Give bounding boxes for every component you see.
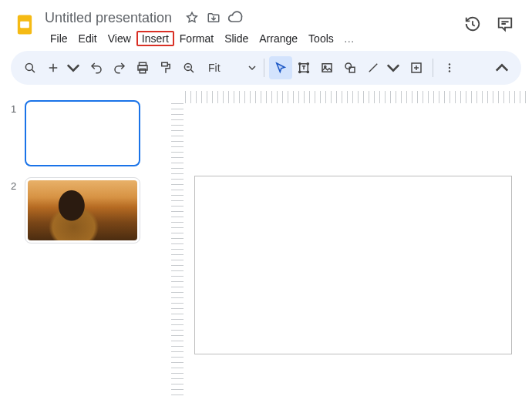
menu-more[interactable]: … <box>339 31 359 46</box>
header-right <box>456 12 521 35</box>
menu-tools[interactable]: Tools <box>303 31 339 46</box>
toolbar-divider <box>433 59 433 77</box>
title-block: Untitled presentation File Edit View Ins… <box>45 8 456 48</box>
select-tool-button[interactable] <box>269 56 292 79</box>
title-row: Untitled presentation <box>45 8 456 28</box>
thumbnail-number: 1 <box>11 100 25 166</box>
redo-button[interactable] <box>108 56 131 79</box>
shape-tool-button[interactable] <box>338 56 362 79</box>
paint-format-button[interactable] <box>154 56 177 79</box>
undo-button[interactable] <box>85 56 108 79</box>
cloud-status-icon[interactable] <box>227 10 243 25</box>
collapse-toolbar-button[interactable] <box>490 56 513 79</box>
zoom-fit-label: Fit <box>204 62 225 74</box>
move-folder-icon[interactable] <box>206 10 221 25</box>
version-history-icon[interactable] <box>461 12 484 35</box>
thumbnail-number: 2 <box>11 177 25 243</box>
menu-file[interactable]: File <box>45 31 73 46</box>
toolbar-divider <box>264 59 264 77</box>
svg-point-2 <box>25 63 32 70</box>
svg-point-15 <box>345 63 352 69</box>
chevron-down-icon <box>248 62 256 74</box>
doc-title[interactable]: Untitled presentation <box>45 10 172 26</box>
workspace: 1 2 <box>5 85 527 399</box>
slide-thumbnail-panel: 1 2 <box>5 91 167 399</box>
slide-canvas[interactable] <box>194 176 512 354</box>
star-icon[interactable] <box>184 10 200 25</box>
slides-app: Untitled presentation File Edit View Ins… <box>0 0 532 413</box>
header: Untitled presentation File Edit View Ins… <box>5 3 527 48</box>
textbox-tool-button[interactable] <box>292 56 315 79</box>
menu-format[interactable]: Format <box>174 31 219 46</box>
svg-point-10 <box>307 63 308 65</box>
thumbnail-row: 2 <box>11 177 160 243</box>
menu-edit[interactable]: Edit <box>73 31 103 46</box>
print-button[interactable] <box>131 56 154 79</box>
zoom-fit-control[interactable]: Fit <box>200 56 259 79</box>
vertical-ruler[interactable] <box>171 103 184 399</box>
svg-rect-6 <box>162 62 168 66</box>
slide-thumbnail-1[interactable] <box>25 100 140 166</box>
svg-rect-13 <box>322 64 332 72</box>
image-tool-button[interactable] <box>315 56 338 79</box>
search-menus-icon[interactable] <box>19 56 42 79</box>
svg-point-19 <box>448 67 450 69</box>
svg-point-20 <box>448 70 450 72</box>
menu-bar: File Edit View Insert Format Slide Arran… <box>45 29 456 48</box>
menu-view[interactable]: View <box>103 31 136 46</box>
comments-icon[interactable] <box>493 12 517 35</box>
menu-slide[interactable]: Slide <box>219 31 254 46</box>
thumbnail-row: 1 <box>11 100 160 166</box>
slide-thumbnail-2[interactable] <box>25 177 140 243</box>
line-tool-dropdown[interactable] <box>382 56 405 79</box>
svg-point-11 <box>298 71 300 72</box>
slides-logo-icon <box>13 13 36 36</box>
canvas-area <box>167 91 527 399</box>
comment-add-button[interactable] <box>405 56 428 79</box>
new-slide-dropdown[interactable] <box>62 56 85 79</box>
slide-thumbnail-image <box>28 180 137 240</box>
svg-rect-1 <box>20 22 29 28</box>
svg-point-18 <box>448 63 450 65</box>
svg-point-12 <box>307 71 308 72</box>
toolbar-container: Fit <box>5 51 527 85</box>
toolbar: Fit <box>11 51 521 85</box>
horizontal-ruler[interactable] <box>185 91 527 103</box>
slides-logo[interactable] <box>11 11 39 39</box>
menu-insert[interactable]: Insert <box>136 31 174 46</box>
svg-point-9 <box>298 63 300 65</box>
overflow-menu-button[interactable] <box>438 56 461 79</box>
zoom-out-button[interactable] <box>177 56 200 79</box>
menu-arrange[interactable]: Arrange <box>254 31 303 46</box>
